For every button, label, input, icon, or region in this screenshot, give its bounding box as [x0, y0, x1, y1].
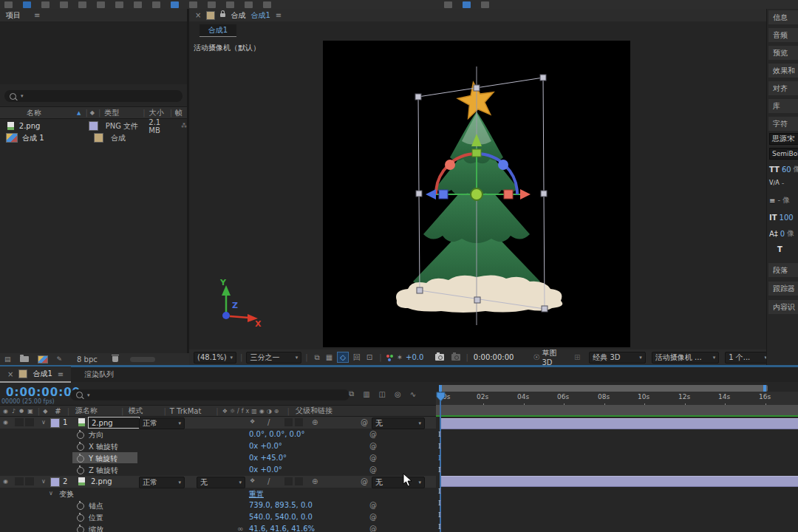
item-label-color[interactable]: [89, 121, 98, 131]
adjust-settings-icon[interactable]: ✎: [57, 355, 63, 363]
time-ruler[interactable]: 0s 02s 04s 06s 08s 10s 12s 14s 16s: [436, 392, 798, 406]
property-ibeam[interactable]: I: [438, 431, 441, 438]
text-tool-icon[interactable]: [171, 1, 179, 8]
pen-tool-icon[interactable]: [152, 1, 160, 8]
draft-3d-icon[interactable]: ☉: [533, 353, 539, 361]
comp-viewer[interactable]: [323, 41, 630, 347]
property-pickwhip-icon[interactable]: @: [369, 442, 377, 450]
gizmo-top-square[interactable]: [472, 149, 481, 157]
current-timecode[interactable]: 0:00:00:00: [6, 386, 81, 399]
show-snapshot-icon[interactable]: [451, 354, 460, 361]
transform-reset-link[interactable]: 重置: [249, 489, 264, 499]
interpret-footage-button-icon[interactable]: ▤: [4, 355, 11, 363]
property-pickwhip-icon[interactable]: @: [369, 525, 377, 532]
trkmat-column[interactable]: T TrkMat: [170, 407, 202, 415]
stopwatch-icon[interactable]: [77, 467, 84, 474]
switch-cell[interactable]: [295, 418, 303, 426]
column-name[interactable]: 名称: [27, 108, 41, 118]
interpret-footage-icon[interactable]: ⁂: [181, 123, 187, 129]
property-value[interactable]: 41.6, 41.6, 41.6%: [249, 525, 315, 532]
layer-label-color[interactable]: [50, 418, 60, 428]
property-label[interactable]: 锚点: [89, 501, 103, 511]
property-row-orientation[interactable]: 方向 0.0°, 0.0°, 0.0° @: [0, 429, 436, 440]
lock-column-icon[interactable]: ▣: [27, 408, 33, 415]
gizmo-z-arrow-left[interactable]: [426, 189, 436, 200]
region-of-interest-icon[interactable]: 回: [353, 352, 361, 363]
project-item-row[interactable]: 2.png PNG 文件 2.1 MB ⁂: [0, 120, 187, 132]
gizmo-center-anchor[interactable]: [471, 188, 482, 200]
stopwatch-icon[interactable]: [77, 514, 84, 522]
new-folder-icon[interactable]: [20, 356, 29, 362]
panel-tab-align[interactable]: 对齐: [768, 81, 798, 95]
graph-editor-icon[interactable]: ∿: [410, 390, 416, 398]
layer-visibility-eye-icon[interactable]: ◉: [3, 419, 8, 426]
work-area-end-handle[interactable]: [763, 385, 766, 392]
blend-mode-select[interactable]: 正常 ▾: [139, 477, 185, 488]
stopwatch-icon[interactable]: [77, 502, 84, 510]
selection-tool-icon[interactable]: [23, 1, 31, 8]
property-row-scale[interactable]: 缩放 ∞ 41.6, 41.6, 41.6% @: [0, 523, 436, 532]
property-value[interactable]: 0x +0.0°: [249, 466, 282, 474]
property-row-position[interactable]: 位置 540.0, 540.0, 0.0 @: [0, 511, 436, 523]
property-pickwhip-icon[interactable]: @: [369, 430, 377, 438]
property-ibeam[interactable]: I: [438, 488, 441, 495]
column-size[interactable]: 大小: [149, 108, 164, 118]
layer-row-2[interactable]: ◉ ∨ 2 2.png 正常 ▾ 无 ▾ ❖ / ⊕ @ 无 ▾: [0, 476, 436, 488]
panel-tab-audio[interactable]: 音频: [768, 28, 798, 42]
delete-item-trash-icon[interactable]: [112, 356, 118, 362]
resolution-select[interactable]: 三分之一 ▾: [246, 352, 301, 364]
source-name-column[interactable]: 源名称: [75, 406, 98, 416]
collapse-transformations-icon[interactable]: ❖: [250, 477, 255, 484]
quality-switch-icon[interactable]: /: [267, 418, 270, 426]
group-twirl-chevron-icon[interactable]: ∨: [49, 490, 53, 497]
switch-cell[interactable]: [284, 418, 293, 426]
magnification-select[interactable]: (48.1%) ▾: [194, 352, 236, 364]
orbit-camera-tool-icon[interactable]: [78, 1, 86, 8]
timeline-graph-area[interactable]: 0s 02s 04s 06s 08s 10s 12s 14s 16s I: [436, 382, 798, 532]
timeline-search-input[interactable]: ▾: [70, 389, 349, 400]
exposure-reset-icon[interactable]: ✶: [397, 353, 403, 361]
sort-ascending-icon[interactable]: ▲: [77, 110, 81, 116]
draft-3d-toggle[interactable]: 草图3D: [542, 348, 565, 366]
view-layout-select[interactable]: 1 个... ▾: [725, 352, 771, 364]
brush-tool-icon[interactable]: [189, 1, 197, 8]
panel-tab-preview[interactable]: 预览: [768, 46, 798, 60]
property-row-x-rotation[interactable]: X 轴旋转 0x +0.0° @: [0, 440, 436, 452]
work-area-start-handle[interactable]: [439, 385, 442, 392]
close-tab-icon[interactable]: ×: [7, 370, 13, 378]
project-item-name[interactable]: 2.png: [19, 122, 75, 130]
project-bit-depth[interactable]: 8 bpc: [77, 355, 98, 364]
align-toggle-icon[interactable]: [444, 1, 452, 8]
gizmo-y-handle-dot[interactable]: [498, 160, 508, 170]
project-search-input[interactable]: ▾: [4, 90, 183, 102]
mode-column[interactable]: 模式: [128, 406, 143, 416]
panel-tab-effects-presets[interactable]: 效果和: [768, 64, 798, 78]
property-ibeam[interactable]: I: [438, 443, 441, 450]
project-scroll-pill[interactable]: [130, 357, 155, 362]
guides-options-icon[interactable]: ⊡: [366, 353, 372, 361]
faux-bold-button[interactable]: T: [777, 245, 782, 253]
mask-visibility-toggle-icon[interactable]: ◇: [337, 352, 349, 363]
item-label-color[interactable]: [94, 133, 103, 143]
timeline-comp-tab[interactable]: × 合成1 ≡: [0, 366, 71, 383]
font-family-select[interactable]: 思源宋: [769, 133, 798, 145]
gizmo-x-handle-dot[interactable]: [445, 160, 455, 170]
leading-value[interactable]: - 像: [777, 195, 790, 205]
parent-pickwhip-icon[interactable]: @: [361, 477, 368, 485]
exposure-value[interactable]: +0.0: [406, 353, 423, 361]
property-label[interactable]: Y 轴旋转: [89, 454, 117, 464]
transparency-grid-icon[interactable]: ▦: [326, 353, 332, 361]
parent-link-column[interactable]: 父级和链接: [296, 406, 332, 416]
draft-toggle-icon[interactable]: ▥: [363, 390, 369, 398]
timeline-panel-menu-icon[interactable]: ≡: [58, 370, 64, 378]
layer-twirl-chevron-icon[interactable]: ∨: [41, 419, 46, 426]
playhead-marker[interactable]: [436, 392, 446, 402]
collapse-transformations-icon[interactable]: ❖: [250, 418, 255, 425]
stopwatch-icon[interactable]: [77, 443, 84, 451]
comp-tab-group-label[interactable]: 合成: [231, 10, 245, 21]
property-label[interactable]: 缩放: [89, 525, 103, 532]
eraser-tool-icon[interactable]: [226, 1, 234, 8]
gizmo-right-square[interactable]: [504, 190, 513, 199]
layer-name[interactable]: 2.png: [92, 419, 113, 427]
parent-pickwhip-icon[interactable]: @: [361, 418, 368, 426]
